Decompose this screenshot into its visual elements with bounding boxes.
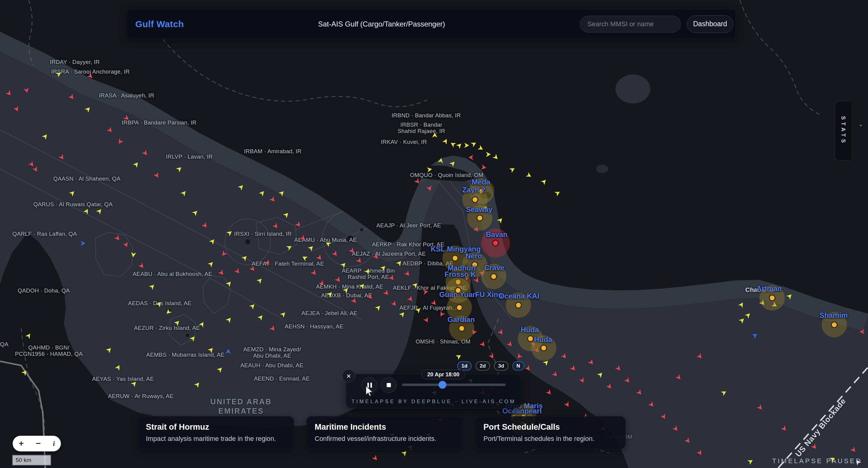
map-canvas[interactable]: UNITED ARABEMIRATES IRDAY · Dayyer, IRIR… — [0, 0, 868, 468]
info-button[interactable]: i — [53, 440, 55, 447]
vessel-name-label[interactable]: Zayn 2 — [462, 186, 485, 194]
search-input[interactable] — [580, 16, 681, 33]
tracked-vessel-dot[interactable] — [515, 302, 522, 309]
card-desc: Impact analysis maritime trade in the re… — [146, 435, 286, 443]
vessel-name-label[interactable]: Meda — [472, 178, 490, 186]
collapse-arrow-icon: ◂ — [859, 122, 862, 128]
card-maritime-incidents[interactable]: Maritime Incidents Confirmed vessel/infr… — [306, 416, 463, 449]
timelapse-credit: TIMELAPSE BY DEEPBLUE · LIVE-AIS.COM — [346, 399, 521, 405]
close-icon[interactable]: ✕ — [342, 370, 355, 383]
vessel-name-label[interactable]: Seaway — [466, 205, 493, 214]
zoom-in-button[interactable]: + — [19, 439, 24, 448]
vessel-name-label[interactable]: Nero — [466, 252, 482, 260]
scale-label: 50 km — [16, 457, 31, 464]
vessel-name-label[interactable]: Guan Yuan — [439, 290, 477, 299]
stop-button[interactable] — [381, 377, 397, 393]
time-range-3d[interactable]: 3d — [494, 361, 508, 371]
tracked-vessel-dot[interactable] — [769, 295, 775, 301]
time-range-group: 1d2d3dN — [457, 361, 524, 371]
stats-tab-label: STATS — [840, 116, 846, 145]
vessel-name-label[interactable]: Artman — [756, 284, 782, 293]
map-scale-bar: 50 km — [12, 455, 51, 466]
card-desc: Confirmed vessel/infrastructure incident… — [315, 435, 455, 443]
vessel-name-label[interactable]: Bavan — [486, 230, 507, 239]
map-zoom-controls: + − i — [13, 436, 61, 451]
timelapse-status: TIMELAPSE PAUSED — [772, 457, 862, 465]
card-title: Port Schedule/Calls — [484, 422, 617, 432]
timelapse-slider[interactable] — [402, 384, 506, 386]
header-bar: Gulf Watch Sat-AIS Gulf (Cargo/Tanker/Pa… — [127, 9, 736, 39]
zoom-out-button[interactable]: − — [36, 439, 41, 448]
stats-tab[interactable]: STATS — [835, 101, 851, 160]
page-title: Sat-AIS Gulf (Cargo/Tanker/Passenger) — [318, 20, 445, 28]
timelapse-date-badge: 20 Apr 18:00 — [422, 370, 465, 379]
time-range-2d[interactable]: 2d — [475, 361, 490, 371]
tracked-vessel-dot[interactable] — [476, 215, 483, 221]
slider-thumb[interactable] — [438, 381, 446, 389]
mouse-cursor — [364, 385, 375, 398]
time-range-1d[interactable]: 1d — [457, 361, 472, 371]
tracked-vessel-dot[interactable] — [452, 255, 458, 261]
card-title: Strait of Hormuz — [146, 422, 286, 432]
vessel-name-label[interactable]: Crave — [484, 264, 504, 272]
vessel-name-label[interactable]: Huda — [534, 335, 552, 344]
tracked-vessel-dot[interactable] — [831, 321, 838, 328]
tracked-vessel-dot[interactable] — [492, 240, 499, 246]
card-desc: Port/Terminal schedules in the region. — [484, 435, 617, 443]
vessel-name-label[interactable]: Huda — [521, 326, 539, 334]
time-range-n[interactable]: N — [513, 361, 524, 371]
stop-icon — [387, 383, 391, 387]
vessel-name-label[interactable]: Oceana KAI — [499, 292, 539, 300]
vessel-name-label[interactable]: Gardian — [447, 315, 475, 324]
vessel-name-label[interactable]: Shamim — [819, 311, 847, 320]
tracked-vessel-dot[interactable] — [456, 304, 463, 311]
card-title: Maritime Incidents — [315, 422, 455, 432]
tracked-vessel-dot[interactable] — [472, 196, 478, 203]
tracked-vessel-dot[interactable] — [490, 273, 497, 280]
vessel-name-label[interactable]: Frosso K — [444, 270, 476, 279]
card-strait-of-hormuz[interactable]: Strait of Hormuz Impact analysis maritim… — [137, 416, 294, 449]
tracked-vessel-dot[interactable] — [458, 325, 465, 332]
card-port-schedule[interactable]: Port Schedule/Calls Port/Terminal schedu… — [475, 416, 626, 449]
dashboard-button[interactable]: Dashboard — [687, 16, 733, 33]
tracked-vessel-dot[interactable] — [540, 345, 547, 351]
app-brand: Gulf Watch — [135, 19, 184, 29]
